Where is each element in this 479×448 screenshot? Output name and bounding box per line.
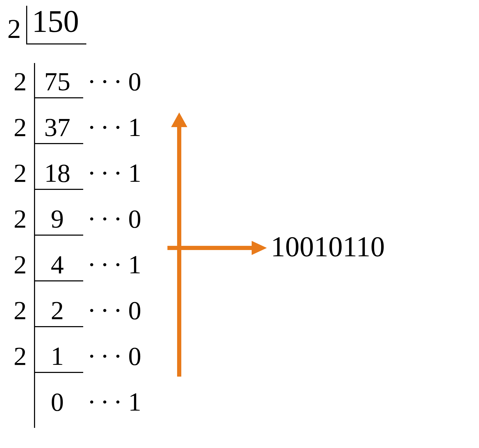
step-remainder-4: 0 (128, 206, 141, 232)
step-remainder-3: 1 (128, 160, 141, 186)
dots-5: · · · (88, 252, 121, 278)
dots-3: · · · (88, 160, 121, 186)
dots-8: · · · (88, 389, 121, 415)
diagram-canvas: 2 150 2 75 · · · 0 2 37 · · · 1 2 18 · ·… (0, 0, 479, 448)
bracket-vertical-row0 (26, 6, 27, 44)
binary-result: 10010110 (271, 232, 385, 261)
step-divisor-5: 2 (14, 252, 27, 278)
step-quotient-1: 75 (35, 69, 80, 95)
step-underline-1 (34, 97, 83, 98)
step-divisor-6: 2 (14, 297, 27, 324)
step-quotient-4: 9 (35, 206, 80, 232)
arrow-right-icon (167, 239, 267, 257)
step-divisor-4: 2 (14, 206, 27, 232)
step-remainder-2: 1 (128, 114, 141, 140)
step-remainder-1: 0 (128, 69, 141, 95)
step-underline-4 (34, 235, 83, 236)
svg-marker-1 (171, 112, 187, 127)
step-divisor-3: 2 (14, 160, 27, 186)
step-quotient-5: 4 (35, 252, 80, 278)
step-underline-6 (34, 326, 83, 327)
step-quotient-8: 0 (35, 389, 80, 415)
dots-2: · · · (88, 114, 121, 140)
dots-6: · · · (88, 297, 121, 324)
dots-7: · · · (88, 343, 121, 369)
dots-4: · · · (88, 206, 121, 232)
step-underline-5 (34, 280, 83, 281)
step-remainder-7: 0 (128, 343, 141, 369)
step-divisor-1: 2 (14, 69, 27, 95)
initial-divisor: 2 (7, 15, 21, 42)
step-underline-3 (34, 189, 83, 190)
step-divisor-2: 2 (14, 114, 27, 140)
step-quotient-7: 1 (35, 343, 80, 369)
step-remainder-5: 1 (128, 252, 141, 278)
initial-dividend: 150 (32, 6, 79, 37)
step-underline-7 (34, 372, 83, 373)
step-quotient-3: 18 (35, 160, 80, 186)
step-remainder-8: 1 (128, 389, 141, 415)
svg-marker-3 (252, 241, 267, 255)
step-quotient-6: 2 (35, 297, 80, 324)
step-remainder-6: 0 (128, 297, 141, 324)
bracket-horizontal-row0 (26, 43, 86, 44)
step-underline-2 (34, 143, 83, 144)
dots-1: · · · (88, 69, 121, 95)
step-quotient-2: 37 (35, 114, 80, 140)
step-divisor-7: 2 (14, 343, 27, 369)
